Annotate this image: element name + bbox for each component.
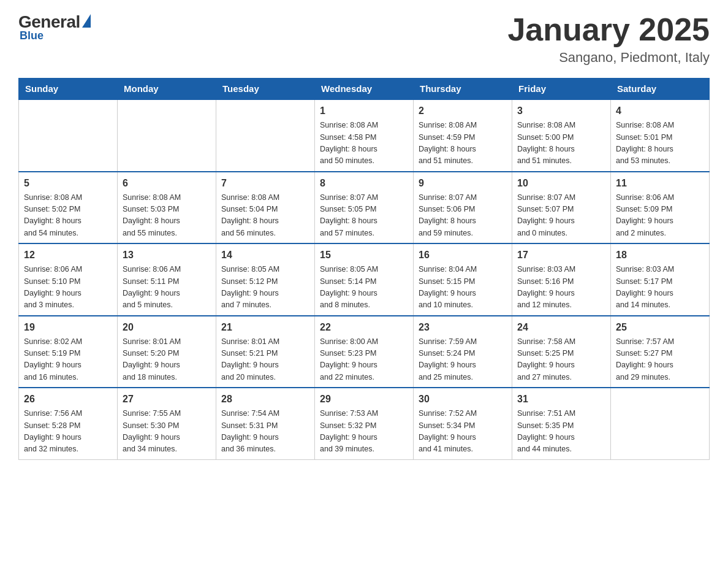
day-header-thursday: Thursday (414, 79, 512, 100)
day-info: Sunrise: 7:56 AM Sunset: 5:28 PM Dayligh… (24, 408, 112, 456)
calendar-cell: 3Sunrise: 8:08 AM Sunset: 5:00 PM Daylig… (512, 99, 611, 172)
week-row-3: 12Sunrise: 8:06 AM Sunset: 5:10 PM Dayli… (19, 243, 710, 316)
day-info: Sunrise: 8:07 AM Sunset: 5:06 PM Dayligh… (419, 192, 507, 240)
day-info: Sunrise: 7:52 AM Sunset: 5:34 PM Dayligh… (419, 408, 507, 456)
calendar-cell: 14Sunrise: 8:05 AM Sunset: 5:12 PM Dayli… (216, 243, 315, 316)
day-number: 29 (320, 392, 408, 407)
day-number: 28 (221, 392, 309, 407)
calendar-cell: 5Sunrise: 8:08 AM Sunset: 5:02 PM Daylig… (19, 172, 118, 244)
day-number: 20 (123, 320, 211, 335)
calendar-cell: 1Sunrise: 8:08 AM Sunset: 4:58 PM Daylig… (315, 99, 414, 172)
day-number: 2 (419, 104, 507, 118)
calendar-cell: 18Sunrise: 8:03 AM Sunset: 5:17 PM Dayli… (611, 243, 710, 316)
calendar-cell: 26Sunrise: 7:56 AM Sunset: 5:28 PM Dayli… (19, 388, 118, 459)
day-number: 18 (616, 248, 704, 262)
calendar-cell: 9Sunrise: 8:07 AM Sunset: 5:06 PM Daylig… (414, 172, 512, 244)
day-info: Sunrise: 8:05 AM Sunset: 5:14 PM Dayligh… (320, 264, 408, 312)
day-number: 27 (123, 392, 211, 407)
day-info: Sunrise: 8:08 AM Sunset: 5:04 PM Dayligh… (221, 192, 309, 240)
day-info: Sunrise: 8:07 AM Sunset: 5:07 PM Dayligh… (517, 192, 605, 240)
calendar-cell (19, 99, 118, 172)
calendar-cell: 27Sunrise: 7:55 AM Sunset: 5:30 PM Dayli… (118, 388, 216, 459)
logo: General Blue (18, 12, 91, 42)
logo-blue-text: Blue (20, 29, 44, 42)
day-info: Sunrise: 8:08 AM Sunset: 4:58 PM Dayligh… (320, 120, 408, 167)
calendar-table: SundayMondayTuesdayWednesdayThursdayFrid… (18, 78, 710, 460)
day-info: Sunrise: 8:03 AM Sunset: 5:16 PM Dayligh… (517, 264, 605, 312)
day-number: 8 (320, 176, 408, 191)
day-number: 23 (419, 320, 507, 335)
week-row-4: 19Sunrise: 8:02 AM Sunset: 5:19 PM Dayli… (19, 316, 710, 388)
calendar-cell: 23Sunrise: 7:59 AM Sunset: 5:24 PM Dayli… (414, 316, 512, 388)
day-info: Sunrise: 8:08 AM Sunset: 5:03 PM Dayligh… (123, 192, 211, 240)
day-header-saturday: Saturday (611, 79, 710, 100)
day-number: 14 (221, 248, 309, 262)
calendar-cell (118, 99, 216, 172)
day-number: 3 (517, 104, 605, 118)
location-subtitle: Sangano, Piedmont, Italy (507, 50, 710, 66)
calendar-cell: 13Sunrise: 8:06 AM Sunset: 5:11 PM Dayli… (118, 243, 216, 316)
day-info: Sunrise: 8:01 AM Sunset: 5:20 PM Dayligh… (123, 336, 211, 384)
day-info: Sunrise: 7:53 AM Sunset: 5:32 PM Dayligh… (320, 408, 408, 456)
day-number: 22 (320, 320, 408, 335)
calendar-cell: 7Sunrise: 8:08 AM Sunset: 5:04 PM Daylig… (216, 172, 315, 244)
day-number: 4 (616, 104, 704, 118)
calendar-cell: 25Sunrise: 7:57 AM Sunset: 5:27 PM Dayli… (611, 316, 710, 388)
day-info: Sunrise: 8:08 AM Sunset: 4:59 PM Dayligh… (419, 120, 507, 167)
day-info: Sunrise: 8:08 AM Sunset: 5:00 PM Dayligh… (517, 120, 605, 167)
calendar-cell: 2Sunrise: 8:08 AM Sunset: 4:59 PM Daylig… (414, 99, 512, 172)
calendar-cell: 24Sunrise: 7:58 AM Sunset: 5:25 PM Dayli… (512, 316, 611, 388)
day-info: Sunrise: 8:06 AM Sunset: 5:09 PM Dayligh… (616, 192, 704, 240)
calendar-cell: 4Sunrise: 8:08 AM Sunset: 5:01 PM Daylig… (611, 99, 710, 172)
day-header-monday: Monday (118, 79, 216, 100)
day-number: 30 (419, 392, 507, 407)
week-row-1: 1Sunrise: 8:08 AM Sunset: 4:58 PM Daylig… (19, 99, 710, 172)
title-block: January 2025 Sangano, Piedmont, Italy (507, 12, 710, 66)
day-header-sunday: Sunday (19, 79, 118, 100)
calendar-cell: 28Sunrise: 7:54 AM Sunset: 5:31 PM Dayli… (216, 388, 315, 459)
calendar-cell: 12Sunrise: 8:06 AM Sunset: 5:10 PM Dayli… (19, 243, 118, 316)
day-info: Sunrise: 7:51 AM Sunset: 5:35 PM Dayligh… (517, 408, 605, 456)
month-year-title: January 2025 (507, 12, 710, 47)
day-header-wednesday: Wednesday (315, 79, 414, 100)
day-info: Sunrise: 8:06 AM Sunset: 5:11 PM Dayligh… (123, 264, 211, 312)
day-number: 17 (517, 248, 605, 262)
calendar-cell: 10Sunrise: 8:07 AM Sunset: 5:07 PM Dayli… (512, 172, 611, 244)
day-number: 9 (419, 176, 507, 191)
calendar-cell: 8Sunrise: 8:07 AM Sunset: 5:05 PM Daylig… (315, 172, 414, 244)
page-header: General Blue January 2025 Sangano, Piedm… (18, 12, 710, 66)
day-number: 31 (517, 392, 605, 407)
day-number: 26 (24, 392, 112, 407)
calendar-cell: 30Sunrise: 7:52 AM Sunset: 5:34 PM Dayli… (414, 388, 512, 459)
day-info: Sunrise: 7:54 AM Sunset: 5:31 PM Dayligh… (221, 408, 309, 456)
day-info: Sunrise: 8:08 AM Sunset: 5:02 PM Dayligh… (24, 192, 112, 240)
calendar-cell: 31Sunrise: 7:51 AM Sunset: 5:35 PM Dayli… (512, 388, 611, 459)
day-info: Sunrise: 8:06 AM Sunset: 5:10 PM Dayligh… (24, 264, 112, 312)
calendar-cell: 17Sunrise: 8:03 AM Sunset: 5:16 PM Dayli… (512, 243, 611, 316)
day-number: 13 (123, 248, 211, 262)
calendar-cell: 29Sunrise: 7:53 AM Sunset: 5:32 PM Dayli… (315, 388, 414, 459)
day-info: Sunrise: 8:05 AM Sunset: 5:12 PM Dayligh… (221, 264, 309, 312)
day-number: 19 (24, 320, 112, 335)
day-info: Sunrise: 8:03 AM Sunset: 5:17 PM Dayligh… (616, 264, 704, 312)
day-number: 24 (517, 320, 605, 335)
day-number: 12 (24, 248, 112, 262)
day-number: 10 (517, 176, 605, 191)
logo-triangle-icon (82, 14, 91, 28)
calendar-cell (216, 99, 315, 172)
day-number: 11 (616, 176, 704, 191)
calendar-cell: 22Sunrise: 8:00 AM Sunset: 5:23 PM Dayli… (315, 316, 414, 388)
day-number: 15 (320, 248, 408, 262)
calendar-cell: 19Sunrise: 8:02 AM Sunset: 5:19 PM Dayli… (19, 316, 118, 388)
day-info: Sunrise: 8:01 AM Sunset: 5:21 PM Dayligh… (221, 336, 309, 384)
day-number: 6 (123, 176, 211, 191)
days-header-row: SundayMondayTuesdayWednesdayThursdayFrid… (19, 79, 710, 100)
day-info: Sunrise: 7:57 AM Sunset: 5:27 PM Dayligh… (616, 336, 704, 384)
day-header-tuesday: Tuesday (216, 79, 315, 100)
day-number: 1 (320, 104, 408, 118)
day-info: Sunrise: 8:02 AM Sunset: 5:19 PM Dayligh… (24, 336, 112, 384)
calendar-cell: 16Sunrise: 8:04 AM Sunset: 5:15 PM Dayli… (414, 243, 512, 316)
day-number: 21 (221, 320, 309, 335)
day-info: Sunrise: 7:58 AM Sunset: 5:25 PM Dayligh… (517, 336, 605, 384)
week-row-2: 5Sunrise: 8:08 AM Sunset: 5:02 PM Daylig… (19, 172, 710, 244)
